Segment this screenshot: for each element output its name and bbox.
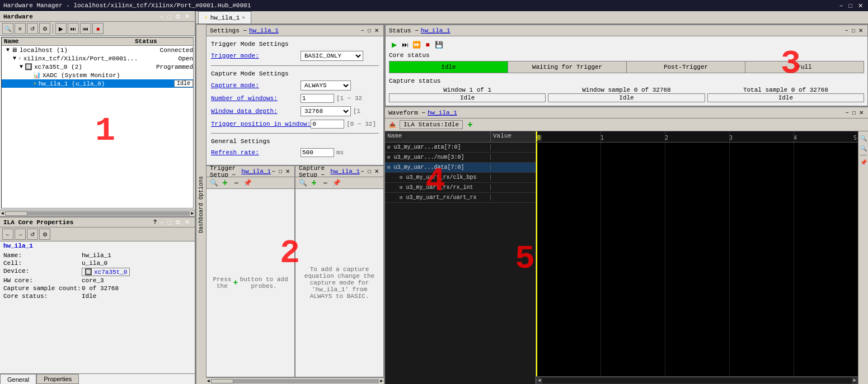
tree-item-xc7a35t[interactable]: ▼ 🔲 xc7a35t_0 (2) Programmed [2,63,193,71]
tree-item-localhost[interactable]: ▼ 🖥 localhost (1) Connected [2,46,193,54]
capture-setup-link[interactable]: hw_ila_1 [330,168,360,175]
capture-close[interactable]: ✕ [373,168,380,174]
tab-general[interactable]: General [0,374,36,384]
trigger-search-icon[interactable]: 🔍 [209,178,219,188]
capture-minimize[interactable]: − [360,168,365,174]
trigger-minimize[interactable]: − [271,168,276,174]
center-scroll-left[interactable]: ◄ [206,378,211,383]
scroll-thumb[interactable] [5,211,27,216]
status-link[interactable]: hw_ila_1 [421,27,451,34]
waveform-scrollbar[interactable]: ◄ ► [536,376,858,384]
props-forward[interactable]: → [15,229,26,240]
tree-item-xilinx[interactable]: ▼ ⚡ xilinx_tcf/Xilinx/Port_#0001... Open [2,54,193,63]
center-scroll-thumb[interactable] [211,379,233,383]
props-settings[interactable]: ⚙ [39,229,50,240]
waveform-restore[interactable]: □ [851,110,857,116]
trigger-mode-select[interactable]: BASIC_ONLY ADVANCED_ONLY [301,51,363,61]
hw-restore2[interactable]: ⧉ [174,13,182,20]
status-stop-icon[interactable]: ■ [423,40,433,50]
waveform-cursor[interactable] [536,143,537,376]
window-depth-select[interactable]: 32768 16384 8192 4096 [301,106,351,116]
signal-row-3[interactable]: ⊞ u3_my_uar...data[7:0] [385,163,536,173]
dashboard-options-sidebar[interactable]: Dashboard Options [196,25,206,384]
num-windows-input[interactable] [301,94,334,103]
waveform-minimize[interactable]: − [844,110,850,116]
capture-remove-icon[interactable]: − [320,178,330,188]
step-icon[interactable]: ⏭ [68,23,79,34]
status-step-icon[interactable]: ⏭ [400,40,410,50]
refresh-icon[interactable]: ↺ [27,23,38,34]
status-minimize[interactable]: − [844,27,850,34]
props-refresh[interactable]: ↺ [27,229,38,240]
status-restore[interactable]: □ [851,27,856,34]
wf-scroll-right[interactable]: ► [852,378,858,383]
status-ff-icon[interactable]: ⏩ [411,40,421,50]
refresh-input[interactable] [301,148,334,157]
status-close[interactable]: ✕ [857,27,864,34]
scroll-track[interactable] [5,211,190,216]
status-run-icon[interactable]: ▶ [389,40,399,50]
hw-restore[interactable]: □ [166,13,173,20]
capture-search-icon[interactable]: 🔍 [298,178,308,188]
tab-close[interactable]: ✕ [242,15,245,21]
trigger-restore[interactable]: □ [278,168,283,174]
tree-item-hw-ila[interactable]: ⚡ hw_ila_1 (u_ila_0) Idle [2,79,193,88]
capture-pin-icon[interactable]: 📌 [331,178,341,188]
hw-close[interactable]: ✕ [183,13,191,20]
status-write-icon[interactable]: 💾 [434,40,444,50]
center-scroll-track[interactable] [211,379,379,383]
stop-icon[interactable]: ■ [92,23,104,34]
props-restore2[interactable]: ⧉ [174,219,182,226]
hw-minimize[interactable]: − [158,13,165,20]
signal-row-6[interactable]: ⊞ u3_my_uart_rx/uart_rx [385,193,536,203]
trigger-mode-label[interactable]: Trigger mode: [211,53,301,59]
props-minimize[interactable]: − [158,219,165,226]
trigger-pos-label[interactable]: Trigger position in window: [211,121,311,127]
restore-button[interactable]: □ [847,2,854,10]
signal-row-1[interactable]: ⊞ u3_my_uar...ata[7:0] [385,143,536,153]
play-icon[interactable]: ▶ [55,23,67,34]
wf-add-icon[interactable]: + [465,120,475,130]
num-windows-label[interactable]: Number of windows: [211,95,301,102]
settings-icon[interactable]: ⚙ [39,23,50,34]
trigger-remove-icon[interactable]: − [231,178,241,188]
trigger-setup-link[interactable]: hw_ila_1 [241,168,271,175]
device-value[interactable]: 🔲 xc7a35t_0 [82,268,191,276]
tab-properties[interactable]: Properties [36,374,79,384]
wf-export-icon[interactable]: 📤 [387,120,397,130]
waveform-close[interactable]: ✕ [858,110,865,116]
signal-row-5[interactable]: ⊞ u3_my_uart_rx/rx_int [385,183,536,193]
close-button[interactable]: ✕ [856,2,865,10]
props-back[interactable]: ← [2,229,13,240]
settings-minimize[interactable]: − [360,27,365,34]
minimize-button[interactable]: − [838,2,844,10]
step-back-icon[interactable]: ⏮ [80,23,91,34]
window-depth-label[interactable]: Window data depth: [211,108,301,115]
settings-link[interactable]: hw_ila_1 [249,27,279,34]
capture-restore[interactable]: □ [367,168,372,174]
help-icon[interactable]: ? [153,219,157,225]
signal-row-2[interactable]: ⊞ u3_my_uar.../num[3:0] [385,153,536,163]
tree-item-xadc[interactable]: 📊 XADC (System Monitor) [2,71,193,79]
trigger-add-icon[interactable]: + [220,178,230,188]
trigger-pos-input[interactable] [311,120,344,129]
refresh-label[interactable]: Refresh rate: [211,149,301,156]
props-restore[interactable]: □ [166,219,173,226]
search-icon[interactable]: 🔍 [2,23,13,34]
connect-icon[interactable]: ≡ [15,23,26,34]
wf-scroll-track[interactable] [542,378,851,383]
center-scrollbar[interactable]: ◄ ► [206,377,384,384]
signal-row-4[interactable]: ⊞ u3_my_uart_rx/clk_bps [385,173,536,183]
wf-pin-icon[interactable]: 📌 [859,158,868,167]
capture-add-icon[interactable]: + [309,178,319,188]
trigger-close[interactable]: ✕ [284,168,291,174]
capture-mode-select[interactable]: ALWAYS BASIC ADVANCED [301,80,351,91]
wf-zoom-in-icon[interactable]: 🔍 [859,134,868,143]
wf-scroll-left[interactable]: ◄ [536,378,542,383]
scroll-left[interactable]: ◄ [0,211,5,216]
scroll-right[interactable]: ► [190,211,195,216]
main-tab-hw-ila[interactable]: ⚡ hw_ila_1 ✕ [198,11,251,23]
hw-scrollbar[interactable]: ◄ ► [0,210,195,216]
capture-mode-label[interactable]: Capture mode: [211,82,301,89]
props-close[interactable]: ✕ [183,219,191,226]
